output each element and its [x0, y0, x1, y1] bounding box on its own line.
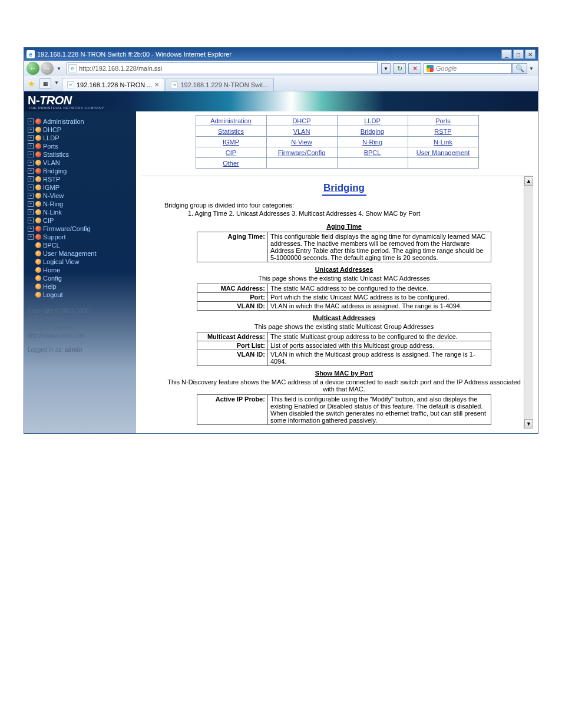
sidebar-item-administration[interactable]: +Administration — [28, 117, 133, 126]
bullet-icon — [35, 275, 41, 281]
expander-icon[interactable]: + — [28, 151, 34, 157]
grid-cell: IGMP — [196, 137, 266, 147]
sidebar-item-n-link[interactable]: +N-Link — [28, 208, 133, 216]
brand-banner: N-TRON THE INDUSTRIAL NETWORK COMPANY — [24, 91, 538, 111]
expander-icon[interactable]: + — [28, 226, 34, 232]
minimize-button[interactable]: _ — [501, 50, 512, 59]
tab-close-icon[interactable]: ✕ — [154, 81, 159, 88]
sidebar-item-statistics[interactable]: +Statistics — [28, 150, 133, 159]
search-input[interactable]: Google — [424, 63, 512, 74]
tab-label: 192.168.1.228 N-TRON ... — [77, 81, 152, 88]
help-link-statistics[interactable]: Statistics — [218, 128, 244, 135]
help-link-bpcl[interactable]: BPCL — [364, 149, 381, 156]
search-button[interactable]: 🔍 — [512, 63, 527, 74]
sidebar-item-lldp[interactable]: +LLDP — [28, 134, 133, 142]
expander-icon[interactable]: + — [28, 234, 34, 240]
expander-icon[interactable]: + — [28, 168, 34, 174]
bullet-icon — [35, 292, 41, 298]
address-dropdown[interactable]: ▼ — [381, 63, 391, 74]
help-link-rstp[interactable]: RSTP — [434, 128, 451, 135]
help-link-administration[interactable]: Administration — [210, 117, 252, 124]
expander-icon[interactable]: + — [28, 176, 34, 182]
help-link-cip[interactable]: CIP — [226, 149, 236, 156]
vertical-scrollbar[interactable]: ▲ ▼ — [524, 176, 533, 429]
expander-icon[interactable]: + — [28, 185, 34, 190]
def-key: Multicast Address: — [197, 332, 267, 341]
nav-sidebar: +Administration+DHCP+LLDP+Ports+Statisti… — [24, 111, 136, 433]
sidebar-item-logout[interactable]: Logout — [28, 291, 133, 299]
sidebar-item-support[interactable]: +Support — [28, 233, 133, 241]
sidebar-item-bpcl[interactable]: BPCL — [28, 241, 133, 249]
help-link-firmware-config[interactable]: Firmware/Config — [278, 149, 326, 156]
help-link-n-view[interactable]: N-View — [291, 139, 312, 146]
sidebar-item-config[interactable]: Config — [28, 274, 133, 282]
expander-icon — [28, 242, 34, 248]
favorites-icon[interactable]: ★ — [28, 79, 37, 88]
expander-icon[interactable]: + — [28, 201, 34, 207]
sidebar-item-vlan[interactable]: +VLAN — [28, 159, 133, 167]
help-link-vlan[interactable]: VLAN — [293, 128, 310, 135]
sidebar-item-n-view[interactable]: +N-View — [28, 192, 133, 200]
help-link-bridging[interactable]: Bridging — [361, 128, 384, 135]
tab-active[interactable]: e 192.168.1.228 N-TRON ... ✕ — [62, 78, 164, 91]
sidebar-item-cip[interactable]: +CIP — [28, 216, 133, 225]
expander-icon[interactable]: + — [28, 193, 34, 199]
sidebar-item-label: Administration — [43, 118, 84, 125]
sidebar-item-ports[interactable]: +Ports — [28, 142, 133, 150]
refresh-button[interactable]: ↻ — [393, 63, 406, 74]
sidebar-item-rstp[interactable]: +RSTP — [28, 175, 133, 183]
sidebar-item-label: Ports — [43, 143, 58, 150]
sidebar-item-firmware-config[interactable]: +Firmware/Config — [28, 225, 133, 233]
search-dropdown[interactable]: ▼ — [527, 62, 535, 75]
sidebar-item-bridging[interactable]: +Bridging — [28, 167, 133, 175]
sidebar-item-dhcp[interactable]: +DHCP — [28, 126, 133, 134]
quicktabs-button[interactable]: ▦ — [39, 78, 51, 89]
forward-button[interactable]: → — [41, 62, 54, 75]
help-link-ports[interactable]: Ports — [435, 117, 451, 124]
section-showmac-title: Show MAC by Port — [164, 370, 524, 377]
expander-icon[interactable]: + — [28, 209, 34, 215]
sidebar-item-label: N-View — [43, 192, 64, 199]
expander-icon[interactable]: + — [28, 218, 34, 223]
close-button[interactable]: ✕ — [525, 50, 535, 59]
copyright-text: Copyright © 2008-2009 — [28, 307, 133, 315]
help-link-n-link[interactable]: N-Link — [434, 139, 452, 146]
address-bar[interactable]: e http://192.168.1.228/main.ssi — [67, 62, 378, 74]
rights-text: All rights reserved. — [28, 324, 133, 332]
sidebar-item-label: DHCP — [43, 126, 61, 133]
sidebar-item-label: Support — [43, 233, 66, 241]
sidebar-item-help[interactable]: Help — [28, 282, 133, 291]
scroll-down-icon[interactable]: ▼ — [524, 419, 533, 429]
expander-icon[interactable]: + — [28, 135, 34, 141]
help-link-igmp[interactable]: IGMP — [223, 139, 239, 146]
maximize-button[interactable]: □ — [513, 50, 524, 59]
grid-cell: N-Ring — [337, 137, 408, 147]
grid-cell: Firmware/Config — [266, 147, 337, 158]
sidebar-item-n-ring[interactable]: +N-Ring — [28, 200, 133, 208]
tab-inactive[interactable]: e 192.168.1.229 N-TRON Swit... — [166, 78, 273, 91]
scroll-up-icon[interactable]: ▲ — [524, 176, 533, 186]
company-text: N-TRON Corp. — [28, 315, 133, 324]
expander-icon — [28, 251, 34, 256]
sidebar-item-igmp[interactable]: +IGMP — [28, 183, 133, 192]
bullet-icon — [35, 267, 41, 273]
url-text: http://192.168.1.228/main.ssi — [79, 65, 162, 72]
showmac-table: Active IP Probe:This field is configurab… — [197, 394, 491, 425]
help-link-user-management[interactable]: User Management — [416, 149, 470, 156]
expander-icon[interactable]: + — [28, 143, 34, 149]
sidebar-item-user-management[interactable]: User Management — [28, 249, 133, 258]
back-button[interactable]: ← — [27, 62, 39, 75]
help-link-n-ring[interactable]: N-Ring — [362, 139, 382, 146]
help-link-other[interactable]: Other — [223, 160, 239, 167]
help-link-dhcp[interactable]: DHCP — [292, 117, 310, 124]
sidebar-item-home[interactable]: Home — [28, 266, 133, 274]
expander-icon[interactable]: + — [28, 127, 34, 133]
quicktabs-dropdown[interactable]: ▼ — [52, 76, 61, 89]
bullet-icon — [35, 201, 41, 207]
expander-icon[interactable]: + — [28, 160, 34, 166]
expander-icon[interactable]: + — [28, 118, 34, 124]
help-link-lldp[interactable]: LLDP — [364, 117, 381, 124]
stop-button[interactable]: ✕ — [408, 63, 421, 74]
sidebar-item-logical-view[interactable]: Logical View — [28, 258, 133, 266]
history-dropdown[interactable]: ▼ — [55, 62, 63, 75]
